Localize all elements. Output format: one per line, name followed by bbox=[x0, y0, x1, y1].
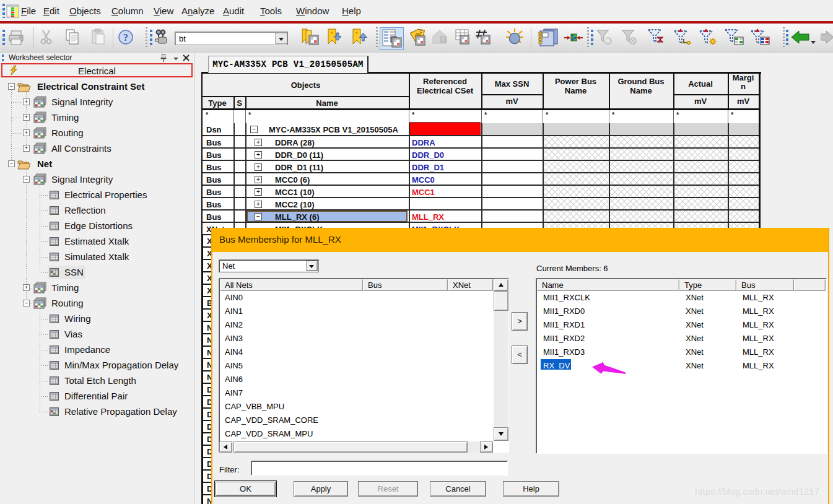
svg-text:?: ? bbox=[123, 32, 128, 43]
